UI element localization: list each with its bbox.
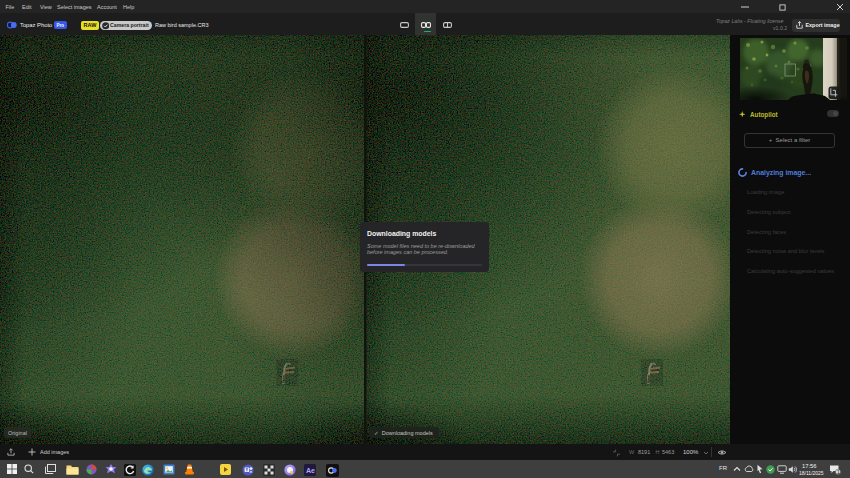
svg-text:Ae: Ae bbox=[306, 467, 315, 474]
svg-text:1: 1 bbox=[837, 469, 840, 474]
